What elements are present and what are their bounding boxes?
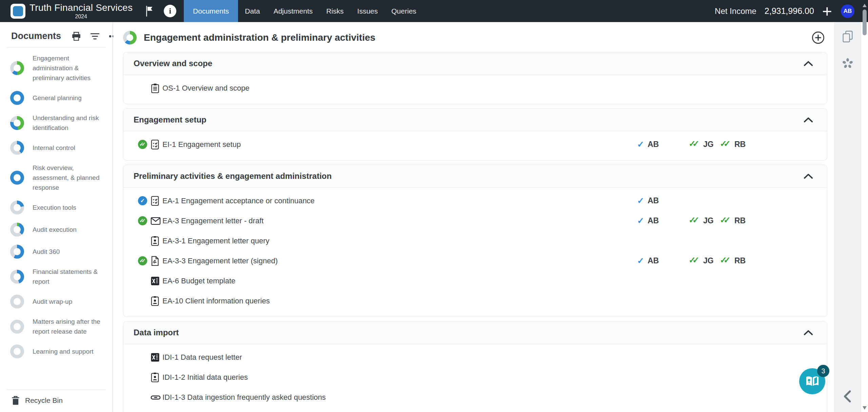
nav-tab-risks[interactable]: Risks [319,0,350,22]
main-content: Engagement administration & preliminary … [113,22,827,412]
document-row[interactable]: EA-10 Client information queries [123,291,827,311]
right-rail [834,22,861,412]
document-icon-slot [151,196,162,206]
sidebar-item[interactable]: Audit execution [0,219,113,241]
signoff-initials: AB [648,256,659,265]
document-label: EA-3 Engagement letter - draft [162,217,263,225]
sidebar-item[interactable]: Audit 360 [0,241,113,263]
sidebar-item[interactable]: Understanding and risk identification [0,109,113,137]
signoff-columns [637,78,767,98]
progress-donut-icon [10,171,24,185]
sidebar-item-label: Financial statements & report [33,267,108,286]
flag-icon[interactable] [144,5,154,17]
signoff-columns [637,291,767,311]
document-icon-slot [151,256,162,266]
document-row[interactable]: EA-6 Budget template [123,271,827,291]
document-row[interactable]: EA-3-3 Engagement letter (signed) ✓ABJGR… [123,251,827,271]
add-icon[interactable]: + [822,4,832,18]
top-navbar: Truth Financial Services 2024 i Document… [0,0,868,22]
engagement-brand[interactable]: Truth Financial Services 2024 [29,2,133,20]
document-row[interactable]: EA-3 Engagement letter - draft ✓ABJGRB [123,211,827,231]
nav-tab-queries[interactable]: Queries [384,0,423,22]
scrollbar-thumb[interactable] [863,10,867,35]
document-label: EA-10 Client information queries [162,297,270,305]
double-check-icon [720,256,731,265]
double-check-icon [689,140,700,149]
signoff-ab: ✓AB [637,196,689,205]
document-label: IDI-1-3 Data ingestion frequently asked … [162,393,326,402]
document-row[interactable]: IDI-1 Data request letter [123,347,827,367]
progress-donut-icon [10,201,24,214]
check-icon: ✓ [637,257,644,265]
status-badge-slot [138,140,151,149]
document-icon-slot [151,139,162,150]
scroll-up-arrow[interactable] [863,4,867,7]
copy-documents-icon[interactable] [842,30,853,43]
section-header[interactable]: Engagement setup [123,109,827,131]
section-header[interactable]: Overview and scope [123,52,827,75]
page-progress-donut [123,31,137,44]
check-icon: ✓ [637,217,644,225]
section-header[interactable]: Preliminary activities & engagement admi… [123,165,827,188]
nav-tab-issues[interactable]: Issues [351,0,385,22]
chevron-up-icon[interactable] [803,117,813,123]
app-logo[interactable] [11,4,25,19]
sidebar-item[interactable]: Learning and support [0,340,113,362]
help-guidance-button[interactable]: 3 [799,368,825,394]
section-header[interactable]: Data import [123,321,827,344]
signoff-columns [637,407,767,412]
document-row[interactable]: EA-3-1 Engagement letter query [123,231,827,251]
document-section: Data import IDI-1 Data request letter ID… [123,321,827,412]
sidebar-item-label: Internal control [33,143,108,153]
sidebar-item[interactable]: Risk overview, assessment, & planned res… [0,159,113,196]
document-row[interactable]: EI-1 Engagement setup ✓ABJGRB [123,134,827,154]
section-list: Overview and scope OS-1 Overview and sco… [113,52,827,412]
document-row[interactable]: OS-1 Overview and scope [123,78,827,98]
sidebar-item[interactable]: Audit wrap-up [0,291,113,313]
pdf-icon [151,256,159,266]
print-icon[interactable] [71,32,81,41]
engagement-year: 2024 [75,14,87,20]
chevron-up-icon[interactable] [803,330,813,336]
document-label: OS-1 Overview and scope [162,84,250,93]
progress-donut-icon [10,91,24,105]
user-avatar[interactable]: AB [841,4,854,18]
chevron-up-icon[interactable] [803,173,813,179]
sidebar-item[interactable]: Financial statements & report [0,263,113,291]
collapse-panel-icon[interactable] [842,390,853,403]
signoff-initials: JG [703,140,714,149]
sidebar-item-label: General planning [33,93,108,103]
document-row[interactable]: IDI-1-3 Data ingestion frequently asked … [123,387,827,407]
signoff-rb: RB [720,256,767,265]
signoff-initials: RB [734,216,746,225]
sidebar-item-label: Understanding and risk identification [33,113,108,133]
recycle-bin[interactable]: Recycle Bin [7,390,106,412]
document-row[interactable]: EA-1 Engagement acceptance or continuanc… [123,191,827,211]
nav-tab-documents[interactable]: Documents [184,0,238,22]
signoff-ab: ✓AB [637,140,689,149]
document-row[interactable]: IDI-1-2 Initial data queries [123,367,827,387]
sidebar-item[interactable]: Execution tools [0,196,113,219]
scroll-down-arrow[interactable] [863,406,867,410]
signoff-initials: RB [734,256,746,265]
chevron-up-icon[interactable] [803,60,813,67]
add-document-icon[interactable] [811,31,825,45]
link-icon [151,394,161,401]
flower-icon[interactable] [842,57,854,70]
sidebar-item-label: Engagement administration & preliminary … [33,53,108,83]
sidebar-item[interactable]: Matters arising after the report release… [0,313,113,340]
document-row[interactable]: IDI-3 Import trial balance [123,407,827,412]
sidebar-item[interactable]: Engagement administration & preliminary … [0,49,113,87]
filter-icon[interactable] [90,32,100,40]
progress-donut-icon [10,320,24,334]
clipboard-icon [151,83,160,93]
sidebar-item[interactable]: Internal control [0,137,113,159]
info-icon[interactable]: i [164,5,176,17]
nav-tab-adjustments[interactable]: Adjustments [267,0,320,22]
signoff-initials: JG [703,216,714,225]
nav-tab-data[interactable]: Data [238,0,267,22]
sidebar-item[interactable]: General planning [0,87,113,109]
progress-donut-icon [10,245,24,259]
page-header: Engagement administration & preliminary … [113,22,827,52]
tasklist-icon [151,139,159,150]
